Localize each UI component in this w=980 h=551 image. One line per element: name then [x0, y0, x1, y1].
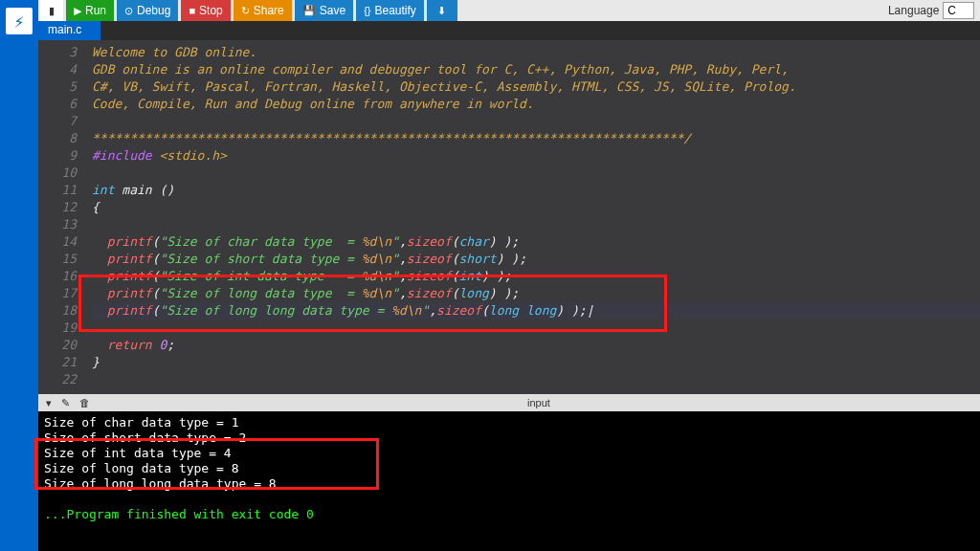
left-rail: ⚡	[0, 0, 38, 551]
debug-label: Debug	[137, 4, 170, 17]
stop-label: Stop	[199, 4, 223, 17]
save-icon: 💾	[302, 5, 316, 17]
save-button[interactable]: 💾Save	[295, 0, 353, 21]
braces-icon: {}	[364, 5, 370, 16]
download-button[interactable]: ⬇	[427, 0, 457, 21]
share-label: Share	[254, 4, 284, 17]
play-icon: ▶	[74, 5, 81, 17]
share-icon: ↻	[241, 5, 250, 17]
console-bar: ▾ ✎ 🗑 input	[38, 394, 980, 411]
trash-icon[interactable]: 🗑	[79, 397, 90, 409]
run-label: Run	[85, 4, 106, 17]
console-bar-title: input	[98, 397, 980, 408]
console-line: Size of int data type = 4	[44, 446, 974, 461]
console-output[interactable]: Size of char data type = 1Size of short …	[38, 411, 980, 551]
toolbar: ▮ ▶Run ⊙Debug ■Stop ↻Share 💾Save {}Beaut…	[38, 0, 980, 21]
debug-button[interactable]: ⊙Debug	[117, 0, 178, 21]
console-line: Size of short data type = 2	[44, 430, 974, 446]
share-button[interactable]: ↻Share	[234, 0, 292, 21]
stop-button[interactable]: ■Stop	[181, 0, 230, 21]
save-label: Save	[320, 4, 345, 17]
run-button[interactable]: ▶Run	[66, 0, 114, 21]
file-icon: ▮	[49, 5, 55, 17]
stop-icon: ■	[189, 5, 195, 16]
console-line: Size of long data type = 8	[44, 461, 974, 476]
line-gutter: 345678910111213141516171819202122	[38, 40, 84, 394]
main-area: ▮ ▶Run ⊙Debug ■Stop ↻Share 💾Save {}Beaut…	[38, 0, 980, 551]
code-content[interactable]: Welcome to GDB online.GDB online is an o…	[84, 40, 980, 394]
console-exit-line: ...Program finished with exit code 0	[44, 507, 974, 522]
language-selector-group: Language C	[888, 0, 978, 21]
download-icon: ⬇	[437, 5, 446, 17]
logo-icon: ⚡	[6, 8, 33, 34]
code-editor[interactable]: 345678910111213141516171819202122 Welcom…	[38, 40, 980, 394]
console-line: Size of char data type = 1	[44, 415, 974, 430]
language-label: Language	[888, 4, 939, 17]
new-file-button[interactable]: ▮	[40, 0, 63, 21]
bug-icon: ⊙	[124, 5, 133, 17]
edit-icon[interactable]: ✎	[61, 397, 70, 409]
beautify-button[interactable]: {}Beautify	[356, 0, 424, 21]
language-select[interactable]: C	[943, 2, 974, 19]
beautify-label: Beautify	[374, 4, 415, 17]
chevron-down-icon[interactable]: ▾	[46, 397, 52, 409]
console-line: Size of long long data type = 8	[44, 476, 974, 492]
file-tab[interactable]: main.c	[38, 21, 100, 40]
tab-bar: main.c	[38, 21, 980, 40]
console-bar-icons: ▾ ✎ 🗑	[38, 397, 98, 409]
